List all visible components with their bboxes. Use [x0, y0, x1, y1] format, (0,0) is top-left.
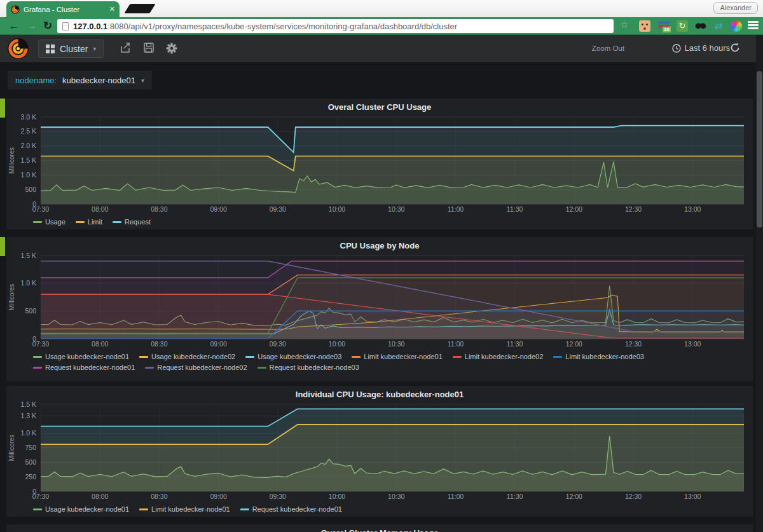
individual-cpu-graph[interactable]: 02505007501.0 K1.3 K1.5 K07:3008:0008:30… [6, 401, 748, 501]
svg-text:Millicores: Millicores [8, 284, 15, 311]
legend-swatch [33, 221, 42, 223]
extension-sync-icon[interactable]: ⇄ [713, 20, 724, 32]
row-handle[interactable] [0, 237, 5, 256]
legend-item[interactable]: Usage kubedecker-node03 [245, 352, 341, 361]
legend-label: Request kubedecker-node03 [270, 363, 359, 372]
legend-item[interactable]: Request kubedecker-node03 [258, 363, 359, 372]
svg-text:1.5 K: 1.5 K [20, 156, 36, 164]
time-range-picker[interactable]: Last 6 hours [672, 43, 730, 53]
overall-cpu-graph[interactable]: 05001.0 K1.5 K2.0 K2.5 K3.0 K07:3008:000… [6, 114, 748, 214]
panel-title[interactable]: Overal Cluster CPU Usage [6, 99, 753, 114]
browser-menu-icon[interactable] [748, 21, 759, 30]
legend-label: Limit kubedecker-node01 [364, 352, 443, 361]
legend-item[interactable]: Usage [33, 217, 65, 226]
extension-mask-icon[interactable] [695, 20, 706, 32]
svg-text:500: 500 [25, 307, 36, 315]
legend-item[interactable]: Limit kubedecker-node01 [352, 352, 443, 361]
extension-refresh-icon[interactable]: ↻ [677, 20, 688, 32]
dashboard-grid-icon [46, 44, 55, 53]
legend-label: Limit kubedecker-node01 [151, 505, 230, 514]
legend-swatch [240, 508, 249, 510]
svg-text:13:00: 13:00 [684, 340, 701, 348]
panel-overall-cpu: Overal Cluster CPU Usage 05001.0 K1.5 K2… [6, 99, 753, 229]
legend-item[interactable]: Limit kubedecker-node01 [139, 505, 230, 514]
forward-icon[interactable]: → [27, 18, 37, 34]
svg-text:1.0 K: 1.0 K [20, 171, 36, 179]
tab-close-icon[interactable]: ✕ [109, 5, 115, 13]
svg-text:12:00: 12:00 [566, 340, 582, 348]
url-text[interactable]: 127.0.0.1:8080/api/v1/proxy/namespaces/k… [73, 22, 457, 31]
svg-text:07:30: 07:30 [32, 340, 49, 348]
legend-item[interactable]: Request kubedecker-node02 [145, 363, 247, 372]
legend-item[interactable]: Limit kubedecker-node03 [553, 352, 644, 361]
svg-text:750: 750 [25, 444, 36, 451]
legend-item[interactable]: Limit kubedecker-node02 [453, 352, 544, 361]
save-icon[interactable] [144, 43, 154, 53]
svg-text:11:30: 11:30 [507, 340, 523, 348]
reload-icon[interactable]: ↻ [43, 18, 52, 34]
svg-text:10:30: 10:30 [388, 493, 404, 500]
legend-label: Request kubedecker-node01 [45, 363, 135, 372]
legend-label: Limit [88, 217, 102, 226]
scrollbar-track[interactable] [756, 35, 763, 532]
dashboard-picker[interactable]: Cluster ▾ [38, 39, 104, 58]
row-handle[interactable] [0, 99, 5, 118]
svg-text:08:00: 08:00 [92, 340, 108, 348]
extension-bars-icon[interactable]: 10 [658, 20, 670, 32]
refresh-icon[interactable] [730, 43, 740, 53]
legend-item[interactable]: Usage kubedecker-node01 [33, 352, 129, 361]
legend-label: Request kubedecker-node01 [252, 505, 342, 514]
legend-item[interactable]: Request kubedecker-node01 [240, 505, 342, 514]
legend-item[interactable]: Request [113, 217, 151, 226]
svg-text:12:00: 12:00 [566, 493, 582, 500]
legend-swatch [33, 508, 42, 510]
svg-text:1.3 K: 1.3 K [20, 412, 36, 419]
svg-text:12:30: 12:30 [625, 493, 642, 500]
zoom-out-button[interactable]: Zoom Out [592, 44, 624, 52]
extension-colorwheel-icon[interactable] [731, 20, 742, 32]
svg-text:11:30: 11:30 [507, 493, 523, 500]
browser-tab[interactable]: Grafana - Cluster ✕ [6, 1, 120, 17]
svg-text:09:00: 09:00 [210, 493, 226, 500]
tab-title: Grafana - Cluster [24, 6, 106, 13]
legend-swatch [33, 356, 42, 358]
legend-item[interactable]: Request kubedecker-node01 [33, 363, 135, 372]
legend-item[interactable]: Usage kubedecker-node02 [139, 352, 235, 361]
cpu-by-node-graph[interactable]: 05001.0 K1.5 K07:3008:0008:3009:0009:301… [6, 252, 748, 349]
share-icon[interactable] [120, 43, 131, 53]
svg-text:10:30: 10:30 [388, 205, 404, 213]
panel-title[interactable]: Individual CPU Usage: kubedecker-node01 [6, 386, 753, 401]
panel-title[interactable]: Overal Cluster Memory Usage [6, 524, 753, 532]
grafana-favicon [11, 5, 20, 14]
url-path: :8080/api/v1/proxy/namespaces/kube-syste… [107, 22, 457, 31]
scrollbar-thumb[interactable] [757, 71, 762, 228]
browser-profile-name[interactable]: Alexander [713, 2, 758, 14]
svg-text:12:30: 12:30 [625, 205, 642, 213]
new-tab-button[interactable] [124, 4, 155, 13]
dashboard-title: Cluster [60, 44, 88, 54]
legend-swatch [553, 356, 562, 358]
page-document-icon[interactable] [62, 22, 69, 31]
svg-text:2.0 K: 2.0 K [20, 142, 36, 149]
template-var-nodename[interactable]: nodename: kubedecker-node01 ▾ [8, 71, 152, 90]
svg-text:07:30: 07:30 [32, 205, 49, 213]
back-icon[interactable]: ← [9, 18, 19, 34]
legend-label: Limit kubedecker-node02 [465, 352, 544, 361]
legend-label: Usage kubedecker-node02 [151, 352, 235, 361]
panel-title[interactable]: CPU Usage by Node [6, 237, 753, 252]
panel-individual-cpu: Individual CPU Usage: kubedecker-node01 … [6, 386, 753, 517]
bookmark-star-icon[interactable]: ☆ [620, 19, 628, 31]
legend-item[interactable]: Usage kubedecker-node01 [33, 505, 129, 514]
svg-text:1.5 K: 1.5 K [20, 252, 36, 259]
legend-label: Usage [45, 217, 65, 226]
time-range-label: Last 6 hours [684, 43, 730, 53]
address-bar[interactable]: 127.0.0.1:8080/api/v1/proxy/namespaces/k… [57, 19, 614, 33]
grafana-logo[interactable] [7, 38, 29, 60]
extension-face-icon[interactable] [639, 20, 650, 32]
legend-swatch [145, 367, 154, 369]
clock-icon [672, 44, 681, 53]
settings-gear-icon[interactable] [166, 43, 177, 54]
legend-swatch [139, 356, 148, 358]
legend-item[interactable]: Limit [76, 217, 102, 226]
svg-text:1.0 K: 1.0 K [20, 279, 36, 287]
